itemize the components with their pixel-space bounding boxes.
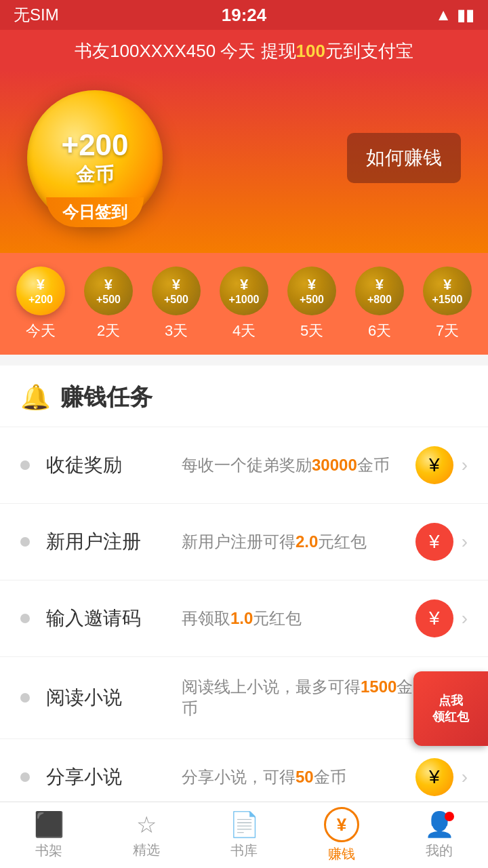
streak-day-item: ¥ +500 5天 bbox=[287, 267, 336, 341]
streak-day-item: ¥ +200 今天 bbox=[16, 267, 65, 341]
task-dot bbox=[20, 772, 30, 782]
streak-coin: ¥ +200 bbox=[16, 267, 65, 315]
battery-icon: ▮▮ bbox=[457, 5, 474, 24]
task-list-item[interactable]: 新用户注册 新用户注册可得2.0元红包 ¥ › bbox=[0, 503, 488, 580]
streak-day-label: 5天 bbox=[300, 321, 323, 341]
nav-item-mine[interactable]: 👤 我的 bbox=[390, 810, 488, 860]
chevron-right-icon: › bbox=[462, 454, 468, 476]
streak-day-item: ¥ +1000 4天 bbox=[220, 267, 268, 341]
task-description: 阅读线上小说，最多可得1500金币 bbox=[182, 676, 415, 719]
streak-section: ¥ +200 今天 ¥ +500 2天 ¥ +500 3天 ¥ +1000 bbox=[0, 253, 488, 355]
task-list-item[interactable]: 输入邀请码 再领取1.0元红包 ¥ › bbox=[0, 580, 488, 656]
task-red-icon: ¥ bbox=[415, 523, 453, 561]
streak-day-label: 4天 bbox=[232, 321, 256, 341]
hero-section: +200 金币 今日签到 如何赚钱 bbox=[0, 70, 488, 253]
task-name: 输入邀请码 bbox=[46, 606, 182, 631]
nav-item-featured[interactable]: ☆ 精选 bbox=[98, 811, 195, 859]
tasks-section: 🔔 赚钱任务 收徒奖励 每收一个徒弟奖励30000金币 ¥ › 新用户注册 新用… bbox=[0, 366, 488, 815]
notification-banner: 书友100XXXX450 今天 提现100元到支付宝 bbox=[0, 30, 488, 70]
chevron-right-icon: › bbox=[462, 766, 468, 788]
streak-coin: ¥ +500 bbox=[84, 267, 133, 315]
task-dot bbox=[20, 693, 30, 703]
status-icons: ▲ ▮▮ bbox=[435, 5, 474, 24]
library-icon: 📄 bbox=[229, 810, 260, 839]
task-list-item[interactable]: 收徒奖励 每收一个徒弟奖励30000金币 ¥ › bbox=[0, 427, 488, 503]
streak-coin: ¥ +1000 bbox=[220, 267, 268, 315]
checkin-label: 今日签到 bbox=[46, 197, 144, 227]
task-dot bbox=[20, 537, 30, 547]
task-description: 每收一个徒弟奖励30000金币 bbox=[182, 454, 415, 476]
streak-day-item: ¥ +500 2天 bbox=[84, 267, 133, 341]
streak-day-item: ¥ +500 3天 bbox=[152, 267, 201, 341]
streak-coin: ¥ +500 bbox=[152, 267, 201, 315]
tasks-list: 收徒奖励 每收一个徒弟奖励30000金币 ¥ › 新用户注册 新用户注册可得2.… bbox=[0, 427, 488, 815]
floating-redpacket-button[interactable]: 点我 领红包 bbox=[413, 671, 488, 746]
task-description: 新用户注册可得2.0元红包 bbox=[182, 531, 415, 553]
task-description: 分享小说，可得50金币 bbox=[182, 766, 415, 788]
nav-label-featured: 精选 bbox=[133, 841, 160, 859]
nav-label-bookshelf: 书架 bbox=[35, 842, 62, 860]
wifi-icon: ▲ bbox=[435, 5, 451, 24]
bookshelf-icon: ⬛ bbox=[34, 810, 64, 839]
streak-day-label: 2天 bbox=[97, 321, 120, 341]
streak-coin: ¥ +500 bbox=[287, 267, 336, 315]
streak-day-label: 7天 bbox=[436, 321, 459, 341]
streak-day-label: 3天 bbox=[165, 321, 188, 341]
task-coin-icon: ¥ bbox=[415, 446, 453, 484]
earn-icon: ¥ bbox=[324, 807, 359, 842]
coin-container: +200 金币 今日签到 bbox=[27, 90, 163, 226]
task-name: 新用户注册 bbox=[46, 529, 182, 555]
bottom-navigation: ⬛ 书架 ☆ 精选 📄 书库 ¥ 赚钱 👤 我的 bbox=[0, 802, 488, 868]
coin-unit: 金币 bbox=[76, 162, 114, 188]
streak-day-item: ¥ +800 6天 bbox=[355, 267, 404, 341]
bell-icon: 🔔 bbox=[20, 383, 51, 412]
notification-dot bbox=[445, 812, 454, 821]
task-description: 再领取1.0元红包 bbox=[182, 608, 415, 629]
task-coin-icon: ¥ bbox=[415, 758, 453, 796]
task-dot bbox=[20, 614, 30, 623]
streak-day-label: 今天 bbox=[26, 321, 56, 341]
tasks-header: 🔔 赚钱任务 bbox=[0, 366, 488, 427]
tasks-title: 赚钱任务 bbox=[60, 382, 152, 413]
task-name: 分享小说 bbox=[46, 764, 182, 790]
nav-item-library[interactable]: 📄 书库 bbox=[195, 810, 293, 860]
nav-label-library: 书库 bbox=[230, 842, 258, 860]
banner-text: 书友100XXXX450 今天 提现100元到支付宝 bbox=[75, 41, 413, 61]
task-dot bbox=[20, 460, 30, 470]
nav-label-mine: 我的 bbox=[426, 842, 453, 860]
float-line1: 点我 bbox=[439, 692, 463, 709]
task-name: 阅读小说 bbox=[46, 685, 182, 711]
nav-item-bookshelf[interactable]: ⬛ 书架 bbox=[0, 810, 98, 860]
time-text: 19:24 bbox=[222, 5, 267, 26]
streak-day-item: ¥ +1500 7天 bbox=[423, 267, 472, 341]
coin-visual: +200 金币 今日签到 bbox=[27, 90, 163, 226]
streak-day-label: 6天 bbox=[368, 321, 391, 341]
how-to-earn-button[interactable]: 如何赚钱 bbox=[347, 133, 461, 183]
streak-coin: ¥ +1500 bbox=[423, 267, 472, 315]
streak-coin: ¥ +800 bbox=[355, 267, 404, 315]
carrier-text: 无SIM bbox=[14, 4, 59, 26]
featured-icon: ☆ bbox=[136, 811, 157, 838]
float-line2: 领红包 bbox=[432, 709, 469, 725]
coin-amount: +200 bbox=[61, 128, 128, 162]
status-bar: 无SIM 19:24 ▲ ▮▮ bbox=[0, 0, 488, 30]
task-red-icon: ¥ bbox=[415, 599, 453, 637]
task-name: 收徒奖励 bbox=[46, 452, 182, 478]
chevron-right-icon: › bbox=[462, 531, 468, 553]
nav-item-earn[interactable]: ¥ 赚钱 bbox=[293, 807, 390, 863]
nav-label-earn: 赚钱 bbox=[328, 845, 355, 863]
chevron-right-icon: › bbox=[462, 608, 468, 629]
